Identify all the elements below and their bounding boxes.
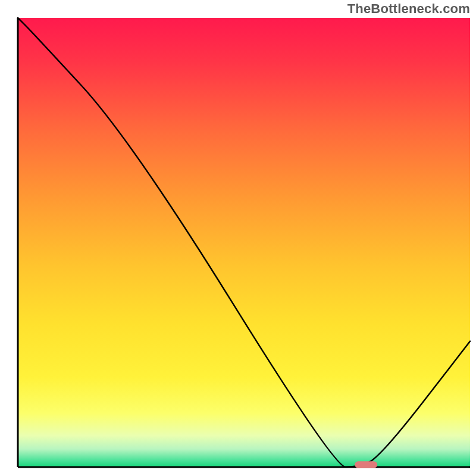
chart-svg (0, 0, 476, 476)
plot-background (18, 18, 470, 467)
optimal-marker (355, 461, 377, 468)
bottleneck-chart: TheBottleneck.com (0, 0, 476, 476)
